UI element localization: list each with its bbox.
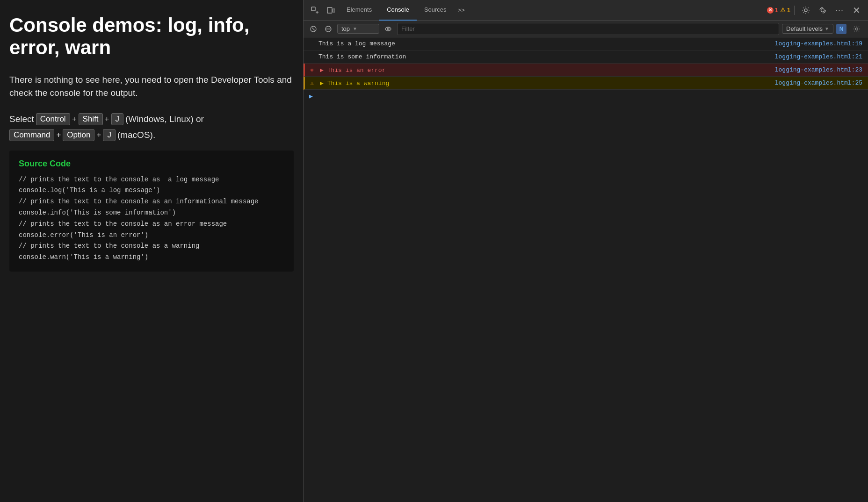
source-code-title: Source Code xyxy=(19,159,284,169)
more-options-button[interactable]: ··· xyxy=(832,3,847,18)
devtools-topbar: Elements Console Sources >> ✕ 1 ⚠ 1 xyxy=(304,0,868,21)
warning-row-icon: ⚠ xyxy=(311,80,317,86)
plus-1: + xyxy=(72,115,77,124)
clear-console-button[interactable] xyxy=(307,23,319,35)
svg-point-13 xyxy=(856,28,858,30)
svg-rect-0 xyxy=(311,7,315,11)
console-row-warning: ⚠ ▶ This is a warning logging-examples.h… xyxy=(304,77,868,90)
devtools-right-icons: ✕ 1 ⚠ 1 ··· xyxy=(767,3,864,18)
context-select-value: top xyxy=(341,25,350,32)
shortcut-windows-line: Select Control + Shift + J (Windows, Lin… xyxy=(9,113,294,125)
source-code-block: Source Code // prints the text to the co… xyxy=(9,151,294,272)
warning-message: ▶ This is a warning xyxy=(320,79,389,87)
plus-2: + xyxy=(105,115,109,124)
warn-triangle-icon: ⚠ xyxy=(780,7,786,14)
warn-badge: ⚠ 1 xyxy=(780,7,790,14)
kbd-option: Option xyxy=(63,129,94,141)
kbd-j-win: J xyxy=(111,113,124,125)
tab-console[interactable]: Console xyxy=(379,0,417,21)
context-select-arrow-icon: ▼ xyxy=(353,26,357,31)
device-toolbar-button[interactable] xyxy=(323,3,338,18)
console-row-error: ⊗ ▶ This is an error logging-examples.ht… xyxy=(304,64,868,77)
close-devtools-button[interactable]: ✕ xyxy=(849,3,864,18)
info-message: This is some information xyxy=(318,53,406,60)
error-message: ▶ This is an error xyxy=(320,66,385,74)
shortcut-windows-label: (Windows, Linux) or xyxy=(125,114,204,124)
error-badge: ✕ 1 xyxy=(767,7,778,14)
error-row-icon: ⊗ xyxy=(311,67,317,73)
console-output[interactable]: This is a log message logging-examples.h… xyxy=(304,37,868,502)
error-link[interactable]: logging-examples.html:23 xyxy=(775,66,862,73)
kbd-command: Command xyxy=(9,129,54,141)
filter-input[interactable] xyxy=(397,23,779,35)
tab-elements[interactable]: Elements xyxy=(339,0,379,21)
customize-button[interactable] xyxy=(815,3,830,18)
log-link[interactable]: logging-examples.html:19 xyxy=(775,40,862,47)
prompt-arrow-icon: ▶ xyxy=(309,93,313,100)
page-title: Console demos: log, info, error, warn xyxy=(9,14,294,59)
devtools-tabs: Elements Console Sources >> xyxy=(339,0,766,21)
plus-4: + xyxy=(96,130,101,140)
error-circle-icon: ✕ xyxy=(767,7,774,14)
svg-point-11 xyxy=(385,27,391,31)
block-network-button[interactable] xyxy=(322,23,334,35)
separator-1 xyxy=(794,6,795,15)
svg-point-5 xyxy=(804,9,807,12)
info-link[interactable]: logging-examples.html:21 xyxy=(775,53,862,60)
svg-point-12 xyxy=(387,28,389,30)
console-toolbar: top ▼ Default levels ▼ N xyxy=(304,21,868,37)
console-prompt-row[interactable]: ▶ xyxy=(304,90,868,103)
svg-line-8 xyxy=(312,28,315,30)
kbd-control: Control xyxy=(36,113,70,125)
left-panel: Console demos: log, info, error, warn Th… xyxy=(0,0,303,502)
svg-rect-3 xyxy=(327,7,332,13)
log-message: This is a log message xyxy=(318,40,395,47)
tab-sources[interactable]: Sources xyxy=(417,0,454,21)
shortcut-mac-line: Command + Option + J (macOS). xyxy=(9,129,294,141)
context-select[interactable]: top ▼ xyxy=(337,24,379,34)
levels-arrow-icon: ▼ xyxy=(825,26,829,31)
console-settings-button[interactable] xyxy=(849,22,864,36)
n-badge: N xyxy=(836,24,846,34)
console-row-info: This is some information logging-example… xyxy=(304,50,868,64)
inspect-element-button[interactable] xyxy=(307,3,322,18)
kbd-shift: Shift xyxy=(79,113,103,125)
console-row-log: This is a log message logging-examples.h… xyxy=(304,37,868,50)
plus-3: + xyxy=(56,130,61,140)
warning-link[interactable]: logging-examples.html:25 xyxy=(775,79,862,86)
shortcut-mac-label: (macOS). xyxy=(117,130,155,140)
settings-button[interactable] xyxy=(798,3,813,18)
more-tabs-button[interactable]: >> xyxy=(454,7,469,14)
svg-rect-4 xyxy=(333,9,335,12)
shortcut-select-label: Select xyxy=(9,114,34,124)
kbd-j-mac: J xyxy=(103,129,116,141)
svg-point-6 xyxy=(821,8,825,12)
devtools-panel: Elements Console Sources >> ✕ 1 ⚠ 1 xyxy=(303,0,868,502)
source-code-content: // prints the text to the console as a l… xyxy=(19,174,284,263)
eye-button[interactable] xyxy=(382,23,394,35)
page-description: There is nothing to see here, you need t… xyxy=(9,73,294,100)
levels-label: Default levels xyxy=(786,25,823,32)
levels-dropdown[interactable]: Default levels ▼ xyxy=(782,24,833,34)
